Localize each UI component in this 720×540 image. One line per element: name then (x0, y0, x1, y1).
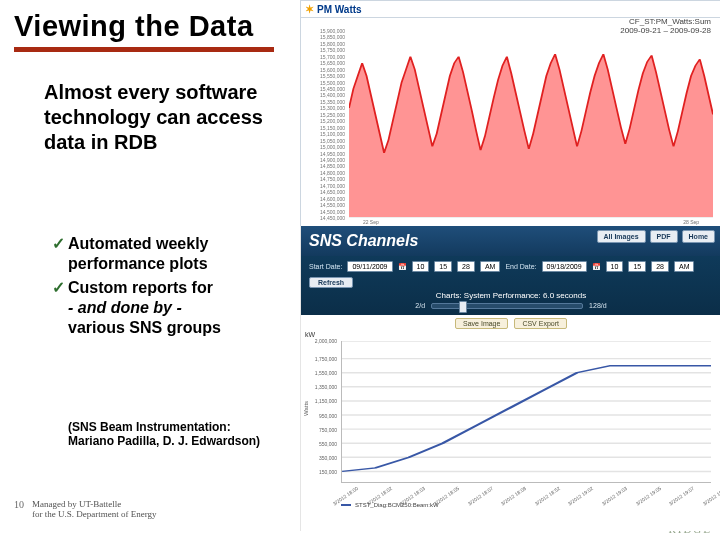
x-tick: 28 Sep (683, 219, 699, 225)
sns-nav-buttons: All Images PDF Home (597, 230, 715, 243)
title-underline (14, 47, 274, 52)
end-hour-input[interactable]: 10 (606, 261, 624, 272)
start-date-label: Start Date: (309, 263, 342, 270)
refresh-button[interactable]: Refresh (309, 277, 353, 288)
pm-watts-plot-area (349, 31, 713, 218)
check-icon: ✓ (52, 278, 68, 338)
sns-channels-panel: SNS Channels All Images PDF Home Start D… (300, 226, 720, 531)
pm-watts-series (349, 31, 713, 217)
star-icon: ✶ (305, 3, 314, 16)
sns-y-label: kW (305, 331, 315, 338)
sns-y-ticks: 150,000350,000550,000750,000950,0001,150… (307, 341, 339, 483)
export-buttons: Save Image CSV Export (301, 315, 720, 331)
start-hour-input[interactable]: 10 (412, 261, 430, 272)
calendar-icon[interactable]: 📅 (592, 263, 601, 271)
end-minute-input[interactable]: 15 (628, 261, 646, 272)
slide: Viewing the Data Almost every software t… (0, 0, 720, 540)
bullet-text: Automated weekly performance plots (68, 234, 287, 274)
sns-chart-title: Charts: System Performance: 6.0 seconds (309, 291, 713, 300)
bullet-list: ✓ Automated weekly performance plots ✓ C… (52, 234, 287, 342)
start-minute-input[interactable]: 15 (434, 261, 452, 272)
pdf-button[interactable]: PDF (650, 230, 678, 243)
slider-min-label: 2/d (415, 302, 425, 309)
sns-x-ticks: 3/2012 18:003/2012 18:023/2012 18:033/20… (341, 485, 711, 501)
sns-banner: SNS Channels All Images PDF Home (301, 226, 720, 256)
pm-watts-y-axis: 14,450,00014,500,00014,550,00014,600,000… (301, 31, 347, 218)
start-date-input[interactable]: 09/11/2009 (347, 261, 392, 272)
sns-config-bar: Start Date: 09/11/2009 📅 10 15 28 AM End… (301, 256, 720, 315)
calendar-icon[interactable]: 📅 (398, 263, 407, 271)
managed-by-text: Managed by UT-Battelle for the U.S. Depa… (32, 500, 157, 520)
slider-max-label: 128/d (589, 302, 607, 309)
save-image-button[interactable]: Save Image (455, 318, 508, 329)
pm-watts-title: PM Watts (317, 4, 362, 15)
end-ampm-input[interactable]: AM (674, 261, 695, 272)
slider-track[interactable] (431, 303, 583, 309)
sns-plot-svg (342, 341, 711, 482)
credits-text: (SNS Beam Instrumentation: Mariano Padil… (68, 420, 268, 449)
bullet-item: ✓ Custom reports for - and done by - var… (52, 278, 287, 338)
bullet-item: ✓ Automated weekly performance plots (52, 234, 287, 274)
check-icon: ✓ (52, 234, 68, 274)
slider-thumb[interactable] (459, 301, 467, 313)
page-number: 10 (14, 499, 24, 510)
end-date-label: End Date: (505, 263, 536, 270)
sns-plot-area (341, 341, 711, 483)
start-ampm-input[interactable]: AM (480, 261, 501, 272)
end-date-input[interactable]: 09/18/2009 (542, 261, 587, 272)
csv-export-button[interactable]: CSV Export (514, 318, 567, 329)
sns-banner-title: SNS Channels (309, 232, 418, 250)
legend-swatch (341, 504, 351, 506)
resolution-slider: 2/d 128/d (309, 302, 713, 309)
slide-subtitle: Almost every software technology can acc… (44, 80, 274, 155)
date-row: Start Date: 09/11/2009 📅 10 15 28 AM End… (309, 261, 713, 288)
slide-title: Viewing the Data (14, 10, 254, 43)
sns-legend: STST_Diag:BCM250:Beam:kW (301, 501, 720, 510)
home-button[interactable]: Home (682, 230, 715, 243)
bullet-text: Custom reports for - and done by - vario… (68, 278, 287, 338)
sns-performance-chart: kW Watts 150,000350,000550,000750,000950… (307, 331, 715, 501)
all-images-button[interactable]: All Images (597, 230, 646, 243)
pm-watts-header: ✶ PM Watts (301, 1, 720, 18)
x-tick: 22 Sep (363, 219, 379, 225)
pm-watts-chart-panel: ✶ PM Watts CF_ST:PM_Watts:Sum 2009-09-21… (300, 0, 720, 227)
end-second-input[interactable]: 28 (651, 261, 669, 272)
start-second-input[interactable]: 28 (457, 261, 475, 272)
